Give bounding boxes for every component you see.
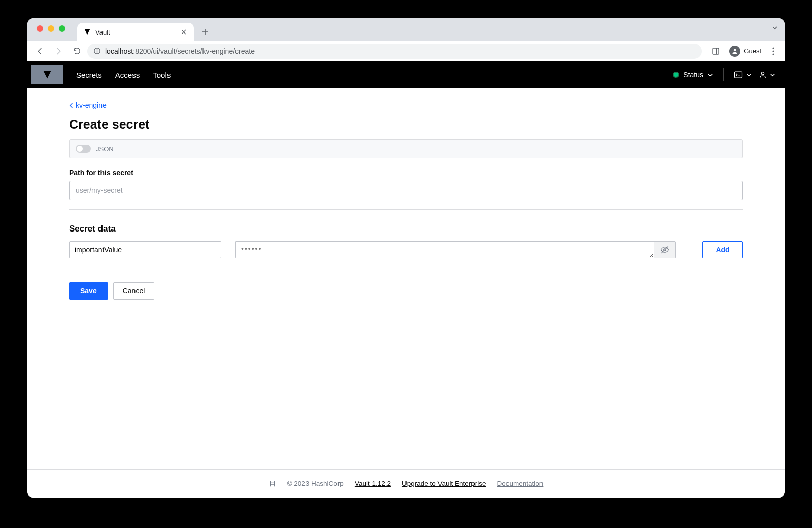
address-bar[interactable]: localhost:8200/ui/vault/secrets/kv-engin…: [87, 44, 702, 59]
url-text: localhost:8200/ui/vault/secrets/kv-engin…: [105, 47, 255, 55]
console-dropdown[interactable]: [734, 71, 752, 79]
browser-tab[interactable]: Vault: [77, 23, 194, 41]
svg-point-6: [772, 47, 774, 49]
window-close-icon[interactable]: [37, 25, 43, 32]
browser-toolbar: localhost:8200/ui/vault/secrets/kv-engin…: [27, 41, 785, 61]
chevron-down-icon: [746, 72, 752, 78]
footer-version-link[interactable]: Vault 1.12.2: [355, 480, 391, 487]
nav-reload-button[interactable]: [69, 44, 84, 59]
vault-app: Secrets Access Tools Status: [27, 61, 785, 498]
eye-off-icon: [660, 245, 669, 254]
toggle-mask-button[interactable]: [654, 241, 676, 258]
window-zoom-icon[interactable]: [59, 25, 65, 32]
new-tab-button[interactable]: [198, 25, 212, 39]
chevron-down-icon: [770, 72, 775, 78]
tab-title: Vault: [95, 28, 176, 36]
footer-docs-link[interactable]: Documentation: [497, 480, 544, 487]
svg-point-2: [97, 49, 98, 50]
chevron-down-icon: [707, 72, 713, 78]
svg-point-8: [772, 53, 774, 55]
chevron-left-icon: [69, 103, 74, 108]
section-divider: [69, 209, 743, 210]
nav-back-button[interactable]: [32, 44, 48, 59]
page-title: Create secret: [69, 117, 743, 132]
profile-chip[interactable]: Guest: [726, 45, 764, 58]
status-indicator-icon: [673, 72, 679, 78]
json-toggle-row: JSON: [69, 139, 743, 158]
secret-kv-row: Add: [69, 241, 743, 258]
json-toggle-label: JSON: [96, 145, 114, 153]
breadcrumb[interactable]: kv-engine: [69, 101, 743, 109]
nav-link-secrets[interactable]: Secrets: [76, 71, 102, 79]
browser-window: Vault localhost:8200/ui/vault/secr: [27, 18, 785, 498]
terminal-icon: [734, 71, 743, 79]
status-dropdown[interactable]: Status: [673, 71, 713, 79]
extension-panel-icon[interactable]: [708, 44, 723, 59]
section-divider: [69, 273, 743, 273]
app-nav: Secrets Access Tools Status: [27, 61, 785, 88]
guest-avatar-icon: [729, 46, 740, 57]
hashicorp-icon: [269, 480, 276, 487]
user-dropdown[interactable]: [759, 71, 775, 79]
tab-overflow-icon[interactable]: [771, 24, 779, 31]
profile-label: Guest: [743, 47, 761, 55]
secret-value-input[interactable]: [235, 241, 654, 258]
breadcrumb-label: kv-engine: [76, 101, 107, 109]
window-minimize-icon[interactable]: [48, 25, 54, 32]
cancel-button[interactable]: Cancel: [113, 282, 155, 300]
svg-point-5: [734, 49, 736, 51]
svg-rect-9: [735, 72, 742, 78]
footer-upgrade-link[interactable]: Upgrade to Vault Enterprise: [402, 480, 486, 487]
add-button[interactable]: Add: [702, 241, 743, 258]
app-footer: © 2023 HashiCorp Vault 1.12.2 Upgrade to…: [27, 469, 785, 498]
site-info-icon[interactable]: [93, 47, 101, 55]
path-input[interactable]: [69, 181, 743, 200]
nav-link-access[interactable]: Access: [115, 71, 140, 79]
vault-logo-icon[interactable]: [31, 65, 63, 84]
nav-divider: [723, 68, 724, 81]
svg-point-10: [761, 72, 764, 75]
nav-forward-button[interactable]: [51, 44, 66, 59]
form-actions: Save Cancel: [69, 282, 743, 300]
secret-data-heading: Secret data: [69, 224, 743, 234]
svg-rect-3: [713, 48, 719, 54]
tab-close-icon[interactable]: [180, 28, 188, 36]
path-label: Path for this secret: [69, 169, 743, 177]
save-button[interactable]: Save: [69, 282, 108, 300]
footer-copyright: © 2023 HashiCorp: [287, 480, 344, 487]
user-icon: [759, 71, 767, 79]
browser-tabstrip: Vault: [27, 18, 785, 41]
svg-point-7: [772, 50, 774, 52]
page-content: kv-engine Create secret JSON Path for th…: [27, 88, 785, 469]
status-label: Status: [683, 71, 703, 79]
browser-menu-icon[interactable]: [767, 47, 780, 55]
json-toggle[interactable]: [76, 145, 91, 153]
nav-link-tools[interactable]: Tools: [153, 71, 171, 79]
window-controls: [37, 25, 65, 32]
vault-favicon-icon: [83, 28, 91, 36]
secret-key-input[interactable]: [69, 241, 221, 258]
